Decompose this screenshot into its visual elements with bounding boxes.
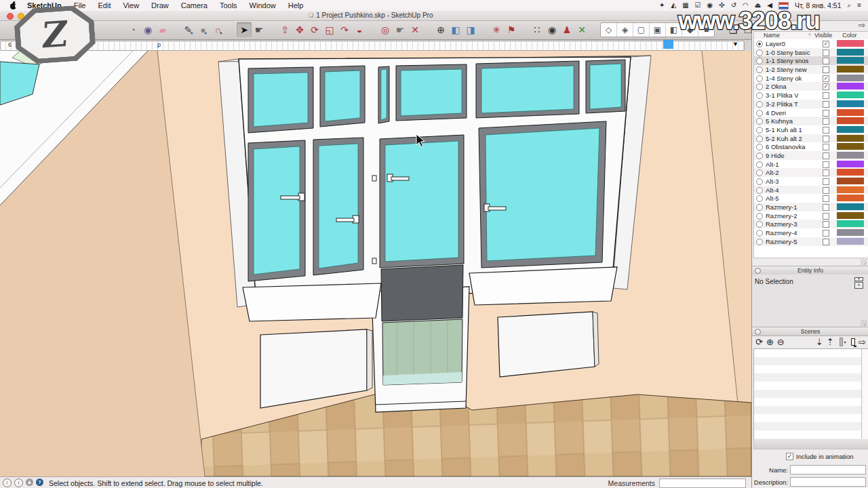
section-plane-icon[interactable]: ⚑ (504, 22, 519, 37)
3d-viewport[interactable] (0, 51, 751, 476)
layer-active-radio[interactable] (756, 204, 763, 211)
menu-draw[interactable]: Draw (145, 0, 175, 11)
move-icon[interactable]: ✥ (292, 22, 307, 37)
layer-name[interactable]: 5 Kuhnya (766, 117, 793, 125)
layer-name[interactable]: 3-2 Plitka T (766, 100, 798, 108)
layer-active-radio[interactable] (756, 66, 763, 73)
layer-row[interactable]: 4 Dveri (754, 108, 868, 117)
layer-active-radio[interactable] (756, 221, 763, 228)
dropbox-icon[interactable]: ✦ (659, 0, 665, 11)
help-icon[interactable]: ? (36, 479, 43, 486)
follow-me-icon[interactable]: ↷ (337, 22, 352, 37)
layer-visible-checkbox[interactable] (823, 49, 829, 56)
layer-name[interactable]: 6 Obstanovka (766, 143, 806, 150)
move-scene-down-icon[interactable]: ⇣ (816, 338, 823, 346)
layer-visible-checkbox[interactable] (823, 213, 829, 220)
layer-visible-checkbox[interactable] (823, 152, 829, 159)
layer-name[interactable]: Alt-2 (766, 169, 779, 176)
layer-active-radio[interactable] (756, 83, 763, 90)
layer-row[interactable]: 5-1 Kuh alt 1 (754, 125, 868, 134)
layer-visible-checkbox[interactable] (823, 178, 829, 185)
layer-name[interactable]: 5-2 Kuh alt 2 (766, 135, 802, 142)
eraser-icon[interactable]: ▰ (155, 22, 170, 37)
layer-visible-checkbox[interactable] (823, 161, 829, 168)
layer-visible-checkbox[interactable] (823, 92, 829, 99)
layer-active-radio[interactable] (756, 195, 763, 202)
layer-color-swatch[interactable] (837, 238, 864, 245)
axes-red-icon[interactable]: ✕ (408, 22, 422, 37)
app-status-icon[interactable]: ◭ (671, 0, 676, 11)
layer-name[interactable]: 4 Dveri (766, 109, 786, 117)
style-back-edges-icon[interactable]: ◈ (617, 23, 633, 37)
layer-active-radio[interactable] (756, 41, 763, 47)
layer-active-radio[interactable] (756, 118, 763, 125)
spotlight-icon[interactable]: ⌕ (848, 0, 852, 11)
scene-name-input[interactable] (790, 465, 866, 474)
layer-row[interactable]: 1-1 Steny snos (754, 56, 868, 65)
layer-active-radio[interactable] (756, 49, 763, 56)
layer-active-radio[interactable] (756, 169, 763, 176)
layer-color-swatch[interactable] (837, 161, 864, 167)
scenes-panel-header[interactable]: Scenes (752, 327, 868, 336)
layer-active-radio[interactable] (756, 136, 763, 142)
layer-active-radio[interactable] (756, 75, 763, 82)
left-windowsill[interactable] (243, 283, 381, 321)
layer-row[interactable]: Layer0✓ (754, 39, 868, 48)
remove-scene-icon[interactable]: ⊖ (777, 338, 785, 346)
layer-row[interactable]: 6 Obstanovka (754, 142, 868, 151)
layer-name[interactable]: Alt-4 (766, 186, 779, 194)
layer-name[interactable]: Razmery-4 (766, 229, 797, 237)
move-scene-up-icon[interactable]: ⇡ (827, 338, 834, 346)
layer-active-radio[interactable] (756, 178, 763, 185)
menu-window[interactable]: Window (243, 0, 282, 11)
layer-name[interactable]: 2 Okna (766, 83, 787, 90)
layer-visible-checkbox[interactable] (823, 230, 829, 237)
layer-row[interactable]: 2 Okna✓ (754, 82, 868, 91)
layer-visible-checkbox[interactable] (823, 169, 829, 176)
scenes-scrollbar[interactable] (861, 349, 868, 439)
update-scene-icon[interactable]: ⟳ (755, 338, 763, 346)
toggle-details-icon[interactable]: ▾+ (854, 277, 863, 287)
layer-active-radio[interactable] (756, 101, 763, 108)
layer-visible-checkbox[interactable] (823, 118, 829, 125)
right-window[interactable] (479, 121, 606, 268)
resize-grip[interactable] (861, 320, 867, 326)
layer-active-radio[interactable] (756, 110, 763, 117)
swatch-dropdown-icon[interactable]: ▾ (844, 340, 846, 344)
layer-color-swatch[interactable] (837, 135, 864, 142)
layer-row[interactable]: Alt-5 (754, 194, 868, 203)
layer-row[interactable]: 5-2 Kuh alt 2 (754, 134, 868, 143)
walk-icon[interactable]: ∷ (530, 22, 545, 37)
scene-description-input[interactable] (790, 477, 866, 487)
layer-visible-checkbox[interactable] (823, 221, 829, 228)
layer-color-swatch[interactable] (837, 117, 864, 124)
shapes-tool-icon[interactable]: ●▾ (196, 22, 211, 37)
entity-info-header[interactable]: Entity Info (752, 266, 868, 275)
active-scene-tab[interactable] (663, 40, 673, 49)
layer-row[interactable]: Razmery-5 (754, 237, 868, 246)
select-tool-icon[interactable]: ➤ (237, 22, 252, 37)
push-pull-icon[interactable]: ⇧ (277, 22, 292, 37)
measure-hand-icon[interactable]: ☛ (393, 22, 408, 37)
right-windowsill[interactable] (469, 267, 617, 305)
layer-row[interactable]: 9 Hide (754, 151, 868, 160)
layer-row[interactable]: 3-1 Plitka V (754, 91, 868, 100)
right-radiator-niche[interactable] (498, 312, 599, 377)
menu-help[interactable]: Help (282, 0, 310, 11)
layer-row[interactable]: 5 Kuhnya (754, 117, 868, 125)
scenes-detach-icon[interactable]: ⇨ (859, 338, 866, 346)
layer-color-swatch[interactable] (837, 169, 864, 176)
layer-active-radio[interactable] (756, 152, 763, 159)
layer-active-radio[interactable] (756, 58, 763, 64)
layer-color-swatch[interactable] (837, 40, 864, 47)
layer-name[interactable]: Razmery-3 (766, 220, 797, 228)
style-xray-icon[interactable]: ◇ (601, 23, 617, 37)
layer-row[interactable]: Razmery-2 (754, 211, 868, 220)
layer-row[interactable]: Alt-3 (754, 177, 868, 186)
layer-color-swatch[interactable] (837, 143, 864, 150)
include-animation-checkbox[interactable]: ✓ (786, 453, 793, 460)
layer-name[interactable]: 1-4 Steny ok (766, 75, 802, 82)
layer-name[interactable]: 1-1 Steny snos (766, 57, 808, 64)
paint-bucket-icon[interactable]: ◒ (352, 22, 367, 37)
layer-name[interactable]: Alt-1 (766, 161, 779, 168)
